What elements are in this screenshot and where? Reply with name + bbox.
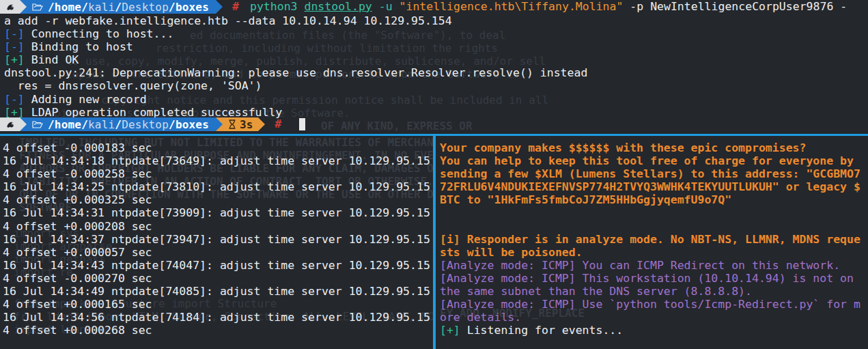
path-user: kali [88, 1, 115, 14]
bottom-right-pane[interactable]: Your company makes $$$$$$ with these epi… [440, 141, 868, 346]
text-segment: -p NewIntelligenceCorpUser9876 - [623, 0, 847, 13]
text-segment: 16 Jul 14:34:43 ntpdate[74047]: adjust t… [3, 259, 430, 272]
terminal-line: 4 offset +0.000057 sec [3, 246, 434, 259]
text-segment: sts will be poisoned. [440, 246, 583, 259]
terminal-line: a add -r webfake.intelligence.htb --data… [4, 14, 868, 27]
text-segment: [+] [4, 53, 25, 66]
powerline-arrow-icon [20, 0, 27, 14]
path-sep: / [169, 1, 176, 14]
path-mid: Desktop [122, 1, 169, 14]
text-segment: LDAP operation completed successfully [25, 106, 283, 119]
terminal-line: [+] LDAP operation completed successfull… [4, 106, 868, 119]
timer-label: 3s [240, 118, 253, 131]
text-segment: 4 offset +0.000165 sec [3, 298, 152, 311]
block-cursor[interactable] [299, 118, 305, 130]
text-segment: dnstool.py [304, 0, 372, 13]
terminal-line: 4 offset +0.000165 sec [3, 298, 434, 311]
terminal-line: 16 Jul 14:34:18 ntpdate[73649]: adjust t… [3, 154, 434, 167]
path-segment: /home/kali/Desktop/boxes [27, 0, 216, 14]
text-segment: Connecting to host... [25, 27, 174, 40]
powerline-arrow-icon [20, 117, 27, 131]
path-sep: / [169, 118, 176, 131]
text-segment: 16 Jul 14:34:37 ntpdate[73947]: adjust t… [3, 233, 430, 246]
text-segment: 16 Jul 14:34:31 ntpdate[73909]: adjust t… [3, 206, 430, 219]
text-segment: Adding new record [25, 93, 147, 106]
text-segment: 16 Jul 14:34:56 ntpdate[74184]: adjust t… [3, 311, 430, 324]
text-segment: 4 offset +0.000268 sec [3, 324, 152, 337]
path-current: boxes [176, 1, 209, 14]
text-segment: python3 [250, 0, 304, 13]
pane-divider-vertical[interactable] [433, 134, 436, 349]
text-segment: [i] Responder is in analyze mode. No NBT… [440, 233, 860, 246]
text-segment: Bind OK [25, 53, 79, 66]
terminal-line: 4 offset +0.000208 sec [3, 220, 434, 233]
path-segment: /home/kali/Desktop/boxes [27, 117, 216, 131]
terminal-window: ed documentation files (the "Software"),… [0, 0, 868, 349]
terminal-line: You can help to keep this tool free of c… [440, 154, 868, 167]
folder-icon [32, 120, 43, 129]
terminal-line: 4 offset -0.000183 sec [3, 141, 434, 154]
terminal-line: dnstool.py:241: DeprecationWarning: plea… [4, 66, 868, 79]
text-segment: 72FRLU6V4NDUKIEXEFNVSP774H2TVYQ3WWHK4TEK… [440, 180, 860, 193]
path-current: boxes [176, 118, 209, 131]
text-segment: ore details. [440, 311, 521, 324]
path-root: /home/ [48, 1, 88, 14]
text-segment: 4 offset +0.000325 sec [3, 193, 152, 206]
root-symbol: # [275, 117, 281, 131]
terminal-line: 16 Jul 14:34:37 ntpdate[73947]: adjust t… [3, 233, 434, 246]
command-input[interactable]: python3 dnstool.py -u "intelligence.htb\… [250, 0, 847, 14]
terminal-line: 4 offset -0.000258 sec [3, 167, 434, 180]
terminal-line: the same subnet than the DNS server (8.8… [440, 285, 868, 298]
path-user: kali [88, 118, 115, 131]
terminal-line: 16 Jul 14:34:31 ntpdate[73909]: adjust t… [3, 206, 434, 219]
text-segment: BTC to "1HkFmFs5fmbCoJ7ZM5HHbGgjyqemfU9o… [440, 193, 731, 206]
timer-segment: 3s [223, 117, 258, 131]
text-segment: [+] [440, 324, 460, 337]
text-segment: [Analyze mode: ICMP] You can ICMP Redire… [440, 259, 840, 272]
terminal-line: [i] Responder is in analyze mode. No NBT… [440, 233, 868, 246]
prompt-bar: /home/kali/Desktop/boxes # python3 dnsto… [0, 0, 847, 14]
powerline-arrow-icon [258, 117, 265, 131]
terminal-line: [-] Binding to host [4, 40, 868, 53]
text-segment: 4 offset +0.000057 sec [3, 246, 152, 259]
path-root: /home/ [48, 118, 88, 131]
terminal-line: [-] Connecting to host... [4, 27, 868, 40]
prompt-path: /home/kali/Desktop/boxes [48, 1, 209, 14]
powerline-arrow-icon [216, 0, 223, 14]
text-segment: dnstool.py:241: DeprecationWarning: plea… [4, 66, 587, 79]
text-segment: res = dnsresolver.query(zone, 'SOA') [4, 79, 262, 92]
folder-icon [32, 3, 43, 12]
prompt-bar-2: /home/kali/Desktop/boxes 3s # [0, 117, 305, 131]
terminal-line: 72FRLU6V4NDUKIEXEFNVSP774H2TVYQ3WWHK4TEK… [440, 180, 868, 193]
top-pane-output: a add -r webfake.intelligence.htb --data… [4, 14, 868, 119]
top-pane[interactable]: /home/kali/Desktop/boxes # python3 dnsto… [0, 0, 868, 134]
terminal-line: [Analyze mode: ICMP] Use `python tools/I… [440, 298, 868, 311]
terminal-line: 16 Jul 14:34:56 ntpdate[74184]: adjust t… [3, 311, 434, 324]
terminal-line: [Analyze mode: ICMP] This workstation (1… [440, 272, 868, 285]
text-segment: Binding to host [25, 40, 133, 53]
kali-logo-icon [5, 2, 16, 12]
text-segment: 4 offset -0.000270 sec [3, 272, 152, 285]
terminal-line: Your company makes $$$$$$ with these epi… [440, 141, 868, 154]
terminal-line: 16 Jul 14:34:49 ntpdate[74085]: adjust t… [3, 285, 434, 298]
terminal-line: res = dnsresolver.query(zone, 'SOA') [4, 79, 868, 92]
hourglass-icon [228, 120, 236, 129]
terminal-line: ore details. [440, 311, 868, 324]
prompt-path: /home/kali/Desktop/boxes [48, 118, 209, 131]
os-segment [0, 117, 20, 131]
terminal-line: 16 Jul 14:34:43 ntpdate[74047]: adjust t… [3, 259, 434, 272]
text-segment: [-] [4, 93, 25, 106]
text-segment [372, 0, 379, 13]
os-segment [0, 0, 20, 14]
text-segment: a add -r webfake.intelligence.htb --data… [4, 14, 452, 27]
bottom-left-pane[interactable]: 4 offset -0.000183 sec16 Jul 14:34:18 nt… [3, 141, 434, 346]
text-segment: [-] [4, 40, 25, 53]
text-segment: [Analyze mode: ICMP] Use `python tools/I… [440, 298, 860, 311]
text-segment: 4 offset +0.000208 sec [3, 220, 152, 233]
terminal-line [440, 220, 868, 233]
terminal-line: [Analyze mode: ICMP] You can ICMP Redire… [440, 259, 868, 272]
terminal-line: sending a few $XLM (Lumens Stellars) to … [440, 167, 868, 180]
text-segment: You can help to keep this tool free of c… [440, 154, 854, 167]
text-segment: 16 Jul 14:34:18 ntpdate[73649]: adjust t… [3, 154, 430, 167]
root-symbol: # [232, 0, 239, 14]
